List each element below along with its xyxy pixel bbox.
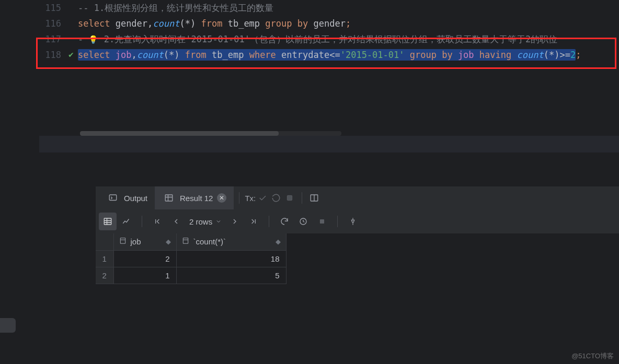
close-icon[interactable]: ✕ (217, 193, 226, 203)
svg-rect-4 (104, 218, 111, 225)
table-row[interactable]: 2 1 5 (96, 267, 286, 284)
row-number: 2 (96, 267, 113, 284)
code-line[interactable]: - 💡 2.先查询入职时间在'2015-01-01'（包含）以前的员工，并对结果… (78, 31, 619, 47)
tab-output[interactable]: Output (99, 186, 155, 209)
cell-count[interactable]: 18 (176, 250, 286, 267)
svg-rect-1 (165, 195, 173, 201)
results-toolbar: 2 rows (96, 209, 619, 233)
sort-icon[interactable]: ◆ (166, 238, 171, 245)
first-page-button[interactable] (148, 213, 166, 230)
watermark: @51CTO博客 (571, 351, 614, 361)
refresh-button[interactable] (276, 213, 293, 230)
column-icon (119, 237, 127, 246)
svg-rect-6 (320, 219, 324, 224)
sidebar-collapsed-item[interactable] (0, 318, 16, 333)
code-editor[interactable]: 115 -- 1.根据性别分组，统计男性和女性员工的数量 116 select … (39, 0, 619, 136)
line-number: 117 (39, 34, 64, 44)
layout-icon[interactable] (307, 191, 321, 205)
rows-indicator[interactable]: 2 rows (186, 217, 225, 226)
tx-label: Tx: (245, 191, 256, 205)
results-panel: Output Result 12 ✕ Tx: (39, 186, 619, 364)
code-line[interactable]: select gender,count(*) from tb_emp group… (78, 16, 619, 31)
pin-button[interactable] (344, 213, 362, 230)
table-view-button[interactable] (99, 213, 117, 230)
activity-bar (0, 0, 39, 364)
empty-area (39, 152, 619, 186)
svg-rect-2 (288, 195, 292, 200)
cell-job[interactable]: 1 (113, 267, 176, 284)
tab-result-label: Result 12 (180, 194, 213, 203)
code-line[interactable]: select job,count(*) from tb_emp where en… (78, 47, 619, 63)
tab-result[interactable]: Result 12 ✕ (155, 186, 234, 209)
table-row[interactable]: 1 2 18 (96, 250, 286, 267)
commit-icon[interactable] (256, 191, 269, 205)
horizontal-scrollbar[interactable] (80, 131, 341, 136)
sort-icon[interactable]: ◆ (276, 238, 281, 245)
row-number: 1 (96, 250, 113, 267)
auto-refresh-button[interactable] (294, 213, 312, 230)
column-header-count[interactable]: `count(*)`◆ (176, 233, 286, 250)
column-icon (182, 237, 189, 246)
next-page-button[interactable] (226, 213, 244, 230)
tab-output-label: Output (124, 194, 147, 203)
line-number: 115 (39, 3, 64, 13)
results-tabs: Output Result 12 ✕ Tx: (96, 186, 619, 209)
table-icon (162, 191, 176, 205)
stop-icon[interactable] (283, 191, 296, 205)
panel-divider[interactable] (39, 136, 619, 152)
svg-rect-0 (109, 195, 117, 201)
rollback-icon[interactable] (269, 191, 283, 205)
prev-page-button[interactable] (167, 213, 185, 230)
svg-rect-8 (183, 238, 188, 244)
line-number: 118 (39, 50, 64, 60)
gutter-run-icon[interactable]: ✔ (64, 51, 78, 59)
column-header-job[interactable]: job◆ (113, 233, 176, 250)
last-page-button[interactable] (245, 213, 262, 230)
svg-rect-7 (120, 238, 125, 244)
chart-view-button[interactable] (118, 213, 135, 230)
output-icon (106, 191, 120, 205)
cell-job[interactable]: 2 (113, 250, 176, 267)
grid-corner[interactable] (96, 233, 113, 250)
selected-sql[interactable]: select job,count(*) from tb_emp where en… (78, 49, 576, 61)
lightbulb-icon[interactable]: 💡 (88, 35, 98, 44)
line-number: 116 (39, 18, 64, 29)
cell-count[interactable]: 5 (176, 267, 286, 284)
chevron-down-icon (215, 218, 222, 225)
cancel-button[interactable] (313, 213, 331, 230)
results-grid[interactable]: job◆ `count(*)`◆ 1 2 18 2 (96, 233, 619, 284)
code-line[interactable]: -- 1.根据性别分组，统计男性和女性员工的数量 (78, 0, 619, 16)
